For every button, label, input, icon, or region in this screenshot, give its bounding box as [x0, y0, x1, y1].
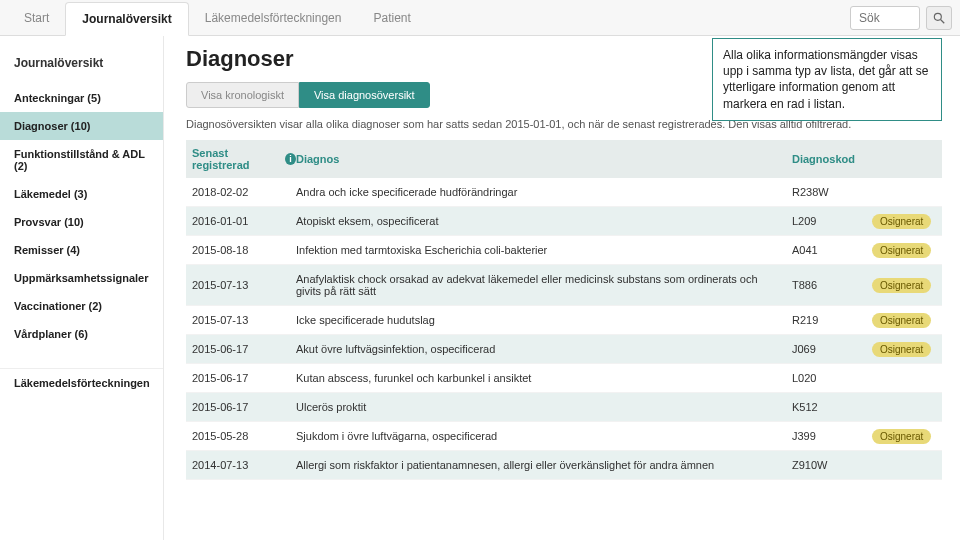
search-area: [850, 6, 952, 30]
top-tabs: StartJournalöversiktLäkemedelsförtecknin…: [0, 0, 960, 36]
cell-date: 2018-02-02: [186, 186, 296, 198]
cell-diagnos: Sjukdom i övre luftvägarna, ospecificera…: [296, 430, 792, 442]
cell-badge: Osignerat: [872, 215, 942, 227]
status-badge: Osignerat: [872, 429, 931, 444]
cell-diagnos: Icke specificerade hudutslag: [296, 314, 792, 326]
main-content: Alla olika informationsmängder visas upp…: [164, 36, 960, 540]
cell-date: 2015-08-18: [186, 244, 296, 256]
cell-code: L209: [792, 215, 872, 227]
cell-diagnos: Anafylaktisk chock orsakad av adekvat lä…: [296, 273, 792, 297]
table-row[interactable]: 2018-02-02Andra och icke specificerade h…: [186, 178, 942, 207]
sidebar-item[interactable]: Vårdplaner (6): [0, 320, 163, 348]
view-tab-button[interactable]: Visa kronologiskt: [186, 82, 299, 108]
cell-date: 2015-06-17: [186, 372, 296, 384]
cell-date: 2015-06-17: [186, 401, 296, 413]
status-badge: Osignerat: [872, 342, 931, 357]
sidebar-item[interactable]: Uppmärksamhetssignaler: [0, 264, 163, 292]
top-tab-patient[interactable]: Patient: [357, 2, 426, 34]
table-row[interactable]: 2015-06-17Ulcerös proktitK512: [186, 393, 942, 422]
cell-badge: Osignerat: [872, 343, 942, 355]
table-row[interactable]: 2015-07-13Icke specificerade hudutslagR2…: [186, 306, 942, 335]
search-icon: [932, 11, 946, 25]
info-icon[interactable]: i: [285, 153, 296, 165]
col-header-code[interactable]: Diagnoskod: [792, 153, 872, 165]
col-header-date-label: Senast registrerad: [192, 147, 281, 171]
cell-code: T886: [792, 279, 872, 291]
table-row[interactable]: 2015-07-13Anafylaktisk chock orsakad av …: [186, 265, 942, 306]
col-header-diagnos[interactable]: Diagnos: [296, 153, 792, 165]
cell-diagnos: Allergi som riskfaktor i patientanamnese…: [296, 459, 792, 471]
top-tab-start[interactable]: Start: [8, 2, 65, 34]
status-badge: Osignerat: [872, 214, 931, 229]
sidebar-item[interactable]: Provsvar (10): [0, 208, 163, 236]
col-header-date[interactable]: Senast registrerad i: [186, 147, 296, 171]
table-row[interactable]: 2015-05-28Sjukdom i övre luftvägarna, os…: [186, 422, 942, 451]
cell-code: J399: [792, 430, 872, 442]
table-row[interactable]: 2016-01-01Atopiskt eksem, ospecificeratL…: [186, 207, 942, 236]
cell-code: A041: [792, 244, 872, 256]
status-badge: Osignerat: [872, 278, 931, 293]
svg-point-0: [934, 13, 941, 20]
search-input[interactable]: [850, 6, 920, 30]
sidebar-item[interactable]: Remisser (4): [0, 236, 163, 264]
table-body: 2018-02-02Andra och icke specificerade h…: [186, 178, 942, 480]
cell-date: 2015-07-13: [186, 279, 296, 291]
svg-line-1: [941, 19, 945, 23]
search-button[interactable]: [926, 6, 952, 30]
sidebar-item[interactable]: Funktionstillstånd & ADL (2): [0, 140, 163, 180]
cell-diagnos: Ulcerös proktit: [296, 401, 792, 413]
table-row[interactable]: 2015-06-17Akut övre luftvägsinfektion, o…: [186, 335, 942, 364]
status-badge: Osignerat: [872, 313, 931, 328]
sidebar-item[interactable]: Vaccinationer (2): [0, 292, 163, 320]
table-row[interactable]: 2014-07-13Allergi som riskfaktor i patie…: [186, 451, 942, 480]
sidebar-item[interactable]: Diagnoser (10): [0, 112, 163, 140]
view-tab-button[interactable]: Visa diagnosöversikt: [299, 82, 430, 108]
cell-code: R238W: [792, 186, 872, 198]
top-tab-journal-versikt[interactable]: Journalöversikt: [65, 2, 188, 36]
sidebar-item-lakemedel-forteckningen[interactable]: Läkemedelsförteckningen: [0, 369, 163, 397]
info-callout: Alla olika informationsmängder visas upp…: [712, 38, 942, 121]
cell-code: Z910W: [792, 459, 872, 471]
top-tab-l-kemedelsf-rteckningen[interactable]: Läkemedelsförteckningen: [189, 2, 358, 34]
sidebar: Journalöversikt Anteckningar (5)Diagnose…: [0, 36, 164, 540]
cell-badge: Osignerat: [872, 430, 942, 442]
cell-date: 2015-06-17: [186, 343, 296, 355]
cell-date: 2015-07-13: [186, 314, 296, 326]
sidebar-item[interactable]: Anteckningar (5): [0, 84, 163, 112]
cell-badge: Osignerat: [872, 244, 942, 256]
table-header: Senast registrerad i Diagnos Diagnoskod: [186, 140, 942, 178]
cell-code: K512: [792, 401, 872, 413]
cell-code: R219: [792, 314, 872, 326]
cell-diagnos: Akut övre luftvägsinfektion, ospecificer…: [296, 343, 792, 355]
cell-date: 2015-05-28: [186, 430, 296, 442]
sidebar-section-secondary: Läkemedelsförteckningen: [0, 368, 163, 397]
sidebar-header: Journalöversikt: [0, 48, 163, 84]
status-badge: Osignerat: [872, 243, 931, 258]
table-row[interactable]: 2015-08-18Infektion med tarmtoxiska Esch…: [186, 236, 942, 265]
cell-badge: Osignerat: [872, 279, 942, 291]
cell-diagnos: Atopiskt eksem, ospecificerat: [296, 215, 792, 227]
sidebar-item[interactable]: Läkemedel (3): [0, 180, 163, 208]
cell-code: J069: [792, 343, 872, 355]
cell-code: L020: [792, 372, 872, 384]
cell-diagnos: Andra och icke specificerade hudförändri…: [296, 186, 792, 198]
cell-diagnos: Infektion med tarmtoxiska Escherichia co…: [296, 244, 792, 256]
cell-badge: Osignerat: [872, 314, 942, 326]
cell-date: 2014-07-13: [186, 459, 296, 471]
cell-date: 2016-01-01: [186, 215, 296, 227]
cell-diagnos: Kutan abscess, furunkel och karbunkel i …: [296, 372, 792, 384]
table-row[interactable]: 2015-06-17Kutan abscess, furunkel och ka…: [186, 364, 942, 393]
